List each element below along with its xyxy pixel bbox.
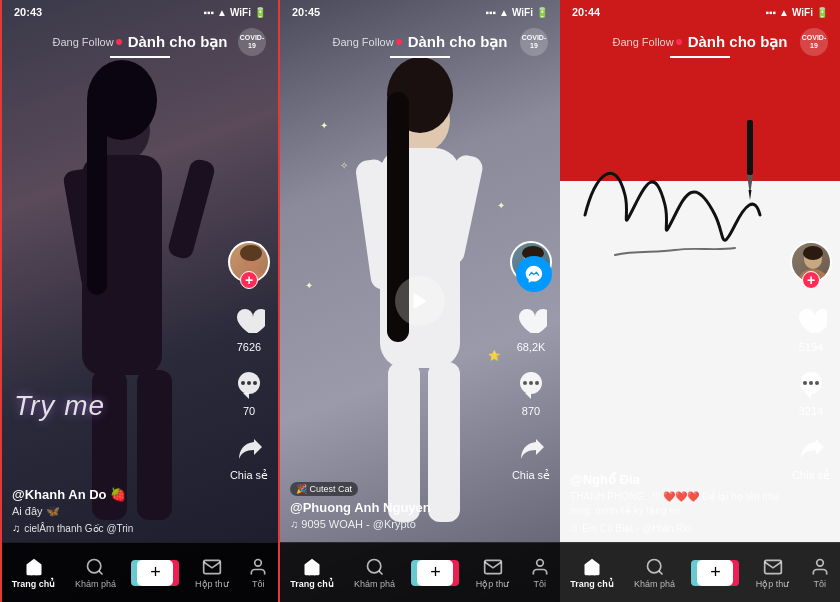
bottom-nav-3: Trang chủ Khám phá + Hộp thư Tôi xyxy=(560,542,840,602)
like-btn-1[interactable]: 7626 xyxy=(231,303,267,353)
svg-point-16 xyxy=(88,559,101,572)
nav-add-3[interactable]: + xyxy=(695,560,735,586)
try-me-text: Try me xyxy=(14,390,105,422)
sparkle-4: ⭐ xyxy=(488,350,500,361)
follow-dot-1 xyxy=(116,39,122,45)
nav-home-1[interactable]: Trang chủ xyxy=(12,557,56,589)
sparkle-2: ✦ xyxy=(497,200,505,211)
avatar-wrap-3[interactable]: + xyxy=(790,241,832,283)
bottom-info-3: @Nghổ Đia THANH PHONG...!!! ❤️❤️❤️ Để lạ… xyxy=(570,472,785,534)
like-btn-2[interactable]: 68,2K xyxy=(513,303,549,353)
nav-underline-1 xyxy=(110,56,170,58)
nav-explore-1[interactable]: Khám phá xyxy=(75,557,116,589)
nav-inbox-2[interactable]: Hộp thư xyxy=(476,557,510,589)
right-actions-1: + 7626 70 xyxy=(228,241,270,482)
svg-point-13 xyxy=(247,381,251,385)
comment-btn-1[interactable]: 70 xyxy=(231,367,267,417)
nav-home-label-1: Trang chủ xyxy=(12,579,56,589)
panel-2: ✦ ✦ ✦ ⭐ ✧ 20:45 ▪▪▪ ▲ WiFi 🔋 Đang Follow… xyxy=(280,0,560,602)
nav-profile-3[interactable]: Tôi xyxy=(810,557,830,589)
music-row-3: ♫ Em Có Biết - @Hiền Rio xyxy=(570,522,785,534)
nav-explore-label-1: Khám phá xyxy=(75,579,116,589)
comment-count-1: 70 xyxy=(243,405,255,417)
nav-explore-2[interactable]: Khám phá xyxy=(354,557,395,589)
avatar-plus-1[interactable]: + xyxy=(240,271,258,289)
nav-follow-2[interactable]: Đang Follow xyxy=(333,36,402,48)
comment-count-3: 3214 xyxy=(799,405,823,417)
share-btn-3[interactable]: Chia sẻ xyxy=(792,431,830,482)
nav-home-3[interactable]: Trang chủ xyxy=(570,557,614,589)
svg-point-38 xyxy=(536,559,543,566)
top-nav-3: Đang Follow Dành cho bạn xyxy=(560,24,840,60)
bottom-nav-2: Trang chủ Khám phá + Hộp thư Tôi xyxy=(280,542,560,602)
username-1[interactable]: @Khanh An Do 🍓 xyxy=(12,487,223,502)
share-label-2: Chia sẻ xyxy=(512,469,550,482)
share-btn-1[interactable]: Chia sẻ xyxy=(230,431,268,482)
nav-profile-1[interactable]: Tôi xyxy=(248,557,268,589)
nav-underline-3 xyxy=(670,56,730,58)
music-row-1: ♫ cielÂm thanh Gốc @Trin xyxy=(12,522,223,534)
nav-inbox-3[interactable]: Hộp thư xyxy=(756,557,790,589)
svg-rect-7 xyxy=(87,95,107,295)
nav-inbox-1[interactable]: Hộp thư xyxy=(195,557,229,589)
nav-profile-2[interactable]: Tôi xyxy=(530,557,550,589)
username-2[interactable]: @Phuong Anh Nguyen xyxy=(290,500,505,515)
nav-profile-label-3: Tôi xyxy=(813,579,826,589)
share-btn-2[interactable]: Chia sẻ xyxy=(512,431,550,482)
svg-point-10 xyxy=(240,245,262,261)
nav-add-1[interactable]: + xyxy=(135,560,175,586)
like-count-1: 7626 xyxy=(237,341,261,353)
nav-follow-1[interactable]: Đang Follow xyxy=(53,36,122,48)
like-btn-3[interactable]: 5194 xyxy=(793,303,829,353)
nav-for-you-3[interactable]: Dành cho bạn xyxy=(688,33,788,51)
nav-add-2[interactable]: + xyxy=(415,560,455,586)
nav-home-label-2: Trang chủ xyxy=(290,579,334,589)
status-bar-1: 20:43 ▪▪▪ ▲ WiFi 🔋 xyxy=(2,0,278,24)
share-label-3: Chia sẻ xyxy=(792,469,830,482)
cutest-cat-badge: 🎉 Cutest Cat xyxy=(290,482,358,496)
nav-explore-label-2: Khám phá xyxy=(354,579,395,589)
sparkle-5: ✧ xyxy=(340,160,348,171)
svg-point-14 xyxy=(253,381,257,385)
svg-point-33 xyxy=(529,381,533,385)
username-3[interactable]: @Nghổ Đia xyxy=(570,472,785,487)
comment-btn-3[interactable]: 3214 xyxy=(793,367,829,417)
time-2: 20:45 xyxy=(292,6,320,18)
play-btn-2[interactable] xyxy=(395,276,445,326)
nav-profile-label-1: Tôi xyxy=(252,579,265,589)
like-count-3: 5194 xyxy=(799,341,823,353)
nav-inbox-label-3: Hộp thư xyxy=(756,579,790,589)
nav-inbox-label-1: Hộp thư xyxy=(195,579,229,589)
description-2: ♫ 9095 WOAH - @Krypto xyxy=(290,518,505,530)
avatar-plus-3[interactable]: + xyxy=(802,271,820,289)
follow-dot-2 xyxy=(396,39,402,45)
svg-line-51 xyxy=(658,570,662,574)
svg-point-12 xyxy=(241,381,245,385)
nav-home-2[interactable]: Trang chủ xyxy=(290,557,334,589)
svg-point-44 xyxy=(803,246,823,260)
nav-explore-3[interactable]: Khám phá xyxy=(634,557,675,589)
like-count-2: 68,2K xyxy=(517,341,546,353)
messenger-btn[interactable] xyxy=(516,256,552,292)
nav-for-you-2[interactable]: Dành cho bạn xyxy=(408,33,508,51)
svg-point-46 xyxy=(803,381,807,385)
comment-btn-2[interactable]: 870 xyxy=(513,367,549,417)
nav-for-you-1[interactable]: Dành cho bạn xyxy=(128,33,228,51)
svg-point-48 xyxy=(815,381,819,385)
share-label-1: Chia sẻ xyxy=(230,469,268,482)
sparkle-1: ✦ xyxy=(320,120,328,131)
sparkle-3: ✦ xyxy=(305,280,313,291)
svg-marker-49 xyxy=(805,393,811,399)
svg-rect-3 xyxy=(166,157,216,260)
nav-follow-3[interactable]: Đang Follow xyxy=(613,36,682,48)
status-bar-3: 20:44 ▪▪▪ ▲ WiFi 🔋 xyxy=(560,0,840,24)
svg-point-18 xyxy=(255,559,262,566)
music-text-3: Em Có Biết - @Hiền Rio xyxy=(582,523,691,534)
nav-inbox-label-2: Hộp thư xyxy=(476,579,510,589)
svg-marker-15 xyxy=(243,393,249,399)
svg-point-34 xyxy=(535,381,539,385)
status-icons-1: ▪▪▪ ▲ WiFi 🔋 xyxy=(203,7,266,18)
svg-point-36 xyxy=(367,559,380,572)
avatar-wrap-1[interactable]: + xyxy=(228,241,270,283)
follow-dot-3 xyxy=(676,39,682,45)
